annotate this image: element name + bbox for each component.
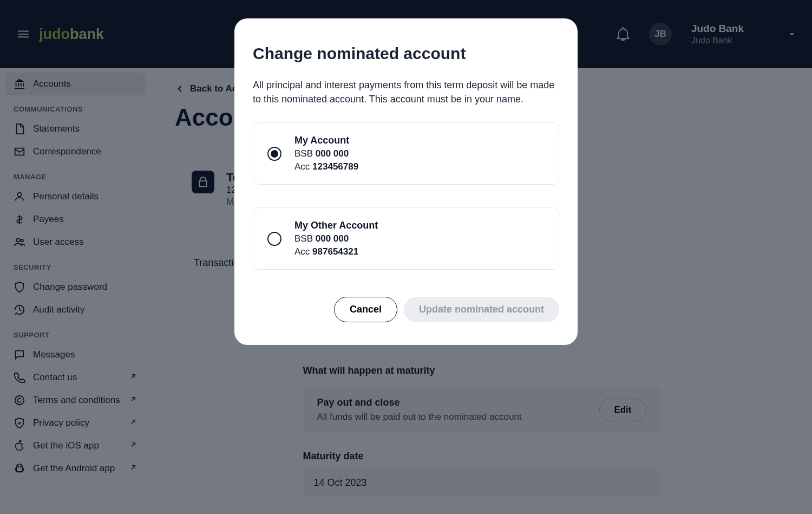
update-nominated-account-button[interactable]: Update nominated account (404, 297, 559, 322)
option-bsb: BSB 000 000 (294, 148, 358, 159)
radio-selected-icon (267, 147, 281, 161)
radio-unselected-icon (267, 232, 281, 246)
option-acc: Acc 987654321 (294, 246, 378, 257)
nominated-account-option-2[interactable]: My Other Account BSB 000 000 Acc 9876543… (253, 207, 559, 270)
option-acc: Acc 123456789 (294, 161, 358, 172)
change-nominated-account-modal: Change nominated account All principal a… (234, 18, 578, 345)
modal-title: Change nominated account (253, 44, 559, 63)
option-name: My Other Account (294, 220, 378, 231)
modal-description: All principal and interest payments from… (253, 78, 559, 106)
cancel-button[interactable]: Cancel (334, 297, 397, 322)
nominated-account-option-1[interactable]: My Account BSB 000 000 Acc 123456789 (253, 122, 559, 185)
option-name: My Account (294, 135, 358, 146)
option-bsb: BSB 000 000 (294, 233, 378, 244)
